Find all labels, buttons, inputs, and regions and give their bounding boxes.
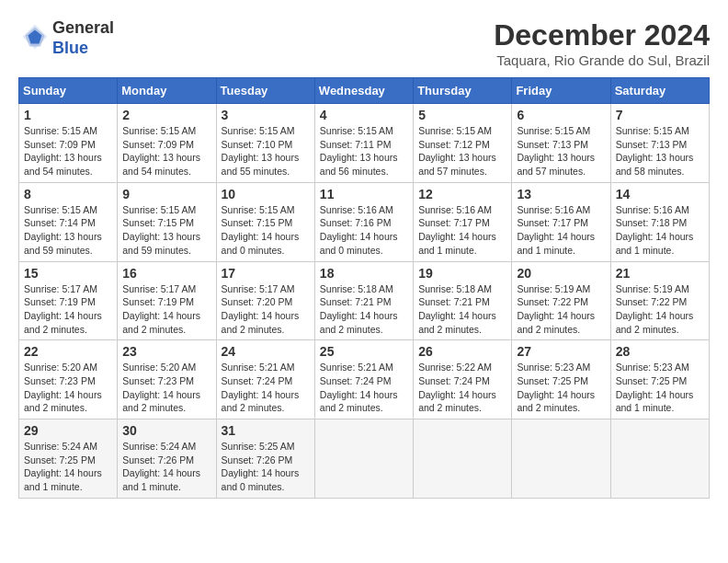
day-number: 29 <box>24 423 112 438</box>
calendar-cell: 18Sunrise: 5:18 AM Sunset: 7:21 PM Dayli… <box>314 261 413 340</box>
calendar-cell: 3Sunrise: 5:15 AM Sunset: 7:10 PM Daylig… <box>216 104 314 183</box>
calendar-cell <box>512 419 610 499</box>
day-detail: Sunrise: 5:25 AM Sunset: 7:26 PM Dayligh… <box>222 440 310 494</box>
day-number: 11 <box>320 187 408 201</box>
weekday-header-thursday: Thursday <box>414 78 512 104</box>
calendar-cell: 25Sunrise: 5:21 AM Sunset: 7:24 PM Dayli… <box>314 340 413 419</box>
calendar-table: SundayMondayTuesdayWednesdayThursdayFrid… <box>18 77 710 499</box>
day-detail: Sunrise: 5:15 AM Sunset: 7:13 PM Dayligh… <box>616 124 704 178</box>
day-detail: Sunrise: 5:16 AM Sunset: 7:16 PM Dayligh… <box>320 203 408 258</box>
weekday-header-sunday: Sunday <box>19 78 118 104</box>
calendar-cell: 26Sunrise: 5:22 AM Sunset: 7:24 PM Dayli… <box>414 340 512 419</box>
calendar-cell: 8Sunrise: 5:15 AM Sunset: 7:14 PM Daylig… <box>19 182 118 261</box>
calendar-cell: 21Sunrise: 5:19 AM Sunset: 7:22 PM Dayli… <box>610 261 709 340</box>
day-number: 10 <box>222 187 310 201</box>
calendar-cell: 27Sunrise: 5:23 AM Sunset: 7:25 PM Dayli… <box>512 340 610 419</box>
day-number: 30 <box>122 423 210 438</box>
day-detail: Sunrise: 5:15 AM Sunset: 7:09 PM Dayligh… <box>24 124 112 178</box>
calendar-cell: 24Sunrise: 5:21 AM Sunset: 7:24 PM Dayli… <box>216 340 314 419</box>
calendar-cell: 31Sunrise: 5:25 AM Sunset: 7:26 PM Dayli… <box>216 419 314 499</box>
day-number: 31 <box>222 423 310 438</box>
day-number: 26 <box>418 344 506 359</box>
calendar-cell: 30Sunrise: 5:24 AM Sunset: 7:26 PM Dayli… <box>118 419 216 499</box>
calendar-cell <box>414 419 512 499</box>
day-number: 23 <box>122 344 210 359</box>
calendar-week-2: 8Sunrise: 5:15 AM Sunset: 7:14 PM Daylig… <box>19 182 710 261</box>
day-number: 20 <box>517 266 605 281</box>
weekday-header-row: SundayMondayTuesdayWednesdayThursdayFrid… <box>19 78 710 104</box>
day-detail: Sunrise: 5:15 AM Sunset: 7:14 PM Dayligh… <box>24 203 112 258</box>
calendar-cell: 5Sunrise: 5:15 AM Sunset: 7:12 PM Daylig… <box>414 104 512 183</box>
day-detail: Sunrise: 5:19 AM Sunset: 7:22 PM Dayligh… <box>517 282 605 337</box>
day-number: 27 <box>517 344 605 359</box>
day-number: 24 <box>222 344 310 359</box>
day-detail: Sunrise: 5:21 AM Sunset: 7:24 PM Dayligh… <box>222 361 310 415</box>
day-number: 8 <box>24 187 112 201</box>
day-number: 19 <box>418 266 506 281</box>
calendar-cell: 29Sunrise: 5:24 AM Sunset: 7:25 PM Dayli… <box>19 419 118 499</box>
calendar-cell: 1Sunrise: 5:15 AM Sunset: 7:09 PM Daylig… <box>19 104 118 183</box>
day-detail: Sunrise: 5:15 AM Sunset: 7:15 PM Dayligh… <box>122 203 210 258</box>
calendar-cell: 4Sunrise: 5:15 AM Sunset: 7:11 PM Daylig… <box>314 104 413 183</box>
calendar-cell: 14Sunrise: 5:16 AM Sunset: 7:18 PM Dayli… <box>610 182 709 261</box>
day-detail: Sunrise: 5:16 AM Sunset: 7:17 PM Dayligh… <box>418 203 506 258</box>
day-detail: Sunrise: 5:23 AM Sunset: 7:25 PM Dayligh… <box>517 361 605 415</box>
day-number: 15 <box>24 266 112 281</box>
month-title: December 2024 <box>494 18 710 52</box>
day-detail: Sunrise: 5:15 AM Sunset: 7:11 PM Dayligh… <box>320 124 408 178</box>
weekday-header-monday: Monday <box>118 78 216 104</box>
day-detail: Sunrise: 5:18 AM Sunset: 7:21 PM Dayligh… <box>320 282 408 337</box>
day-number: 28 <box>616 344 704 359</box>
calendar-week-1: 1Sunrise: 5:15 AM Sunset: 7:09 PM Daylig… <box>19 104 710 183</box>
day-number: 6 <box>517 108 605 122</box>
day-detail: Sunrise: 5:20 AM Sunset: 7:23 PM Dayligh… <box>122 361 210 415</box>
day-detail: Sunrise: 5:20 AM Sunset: 7:23 PM Dayligh… <box>24 361 112 415</box>
calendar-cell: 20Sunrise: 5:19 AM Sunset: 7:22 PM Dayli… <box>512 261 610 340</box>
day-detail: Sunrise: 5:15 AM Sunset: 7:13 PM Dayligh… <box>517 124 605 178</box>
day-number: 14 <box>616 187 704 201</box>
day-number: 1 <box>24 108 112 122</box>
day-number: 25 <box>320 344 408 359</box>
calendar-cell: 6Sunrise: 5:15 AM Sunset: 7:13 PM Daylig… <box>512 104 610 183</box>
calendar-cell: 10Sunrise: 5:15 AM Sunset: 7:15 PM Dayli… <box>216 182 314 261</box>
day-number: 4 <box>320 108 408 122</box>
calendar-week-3: 15Sunrise: 5:17 AM Sunset: 7:19 PM Dayli… <box>19 261 710 340</box>
day-number: 22 <box>24 344 112 359</box>
day-detail: Sunrise: 5:16 AM Sunset: 7:18 PM Dayligh… <box>616 203 704 258</box>
calendar-cell: 28Sunrise: 5:23 AM Sunset: 7:25 PM Dayli… <box>610 340 709 419</box>
day-detail: Sunrise: 5:22 AM Sunset: 7:24 PM Dayligh… <box>418 361 506 415</box>
day-detail: Sunrise: 5:23 AM Sunset: 7:25 PM Dayligh… <box>616 361 704 415</box>
calendar-cell: 11Sunrise: 5:16 AM Sunset: 7:16 PM Dayli… <box>314 182 413 261</box>
day-number: 9 <box>122 187 210 201</box>
page-header: General Blue December 2024 Taquara, Rio … <box>18 18 710 68</box>
day-number: 13 <box>517 187 605 201</box>
weekday-header-tuesday: Tuesday <box>216 78 314 104</box>
day-number: 2 <box>122 108 210 122</box>
logo-general: General <box>52 18 114 37</box>
weekday-header-friday: Friday <box>512 78 610 104</box>
calendar-cell: 19Sunrise: 5:18 AM Sunset: 7:21 PM Dayli… <box>414 261 512 340</box>
calendar-week-4: 22Sunrise: 5:20 AM Sunset: 7:23 PM Dayli… <box>19 340 710 419</box>
day-number: 16 <box>122 266 210 281</box>
day-detail: Sunrise: 5:24 AM Sunset: 7:26 PM Dayligh… <box>122 440 210 494</box>
day-number: 18 <box>320 266 408 281</box>
calendar-cell: 17Sunrise: 5:17 AM Sunset: 7:20 PM Dayli… <box>216 261 314 340</box>
calendar-cell: 12Sunrise: 5:16 AM Sunset: 7:17 PM Dayli… <box>414 182 512 261</box>
day-detail: Sunrise: 5:17 AM Sunset: 7:19 PM Dayligh… <box>24 282 112 337</box>
day-detail: Sunrise: 5:17 AM Sunset: 7:19 PM Dayligh… <box>122 282 210 337</box>
calendar-cell: 23Sunrise: 5:20 AM Sunset: 7:23 PM Dayli… <box>118 340 216 419</box>
logo: General Blue <box>18 18 114 58</box>
day-number: 7 <box>616 108 704 122</box>
day-detail: Sunrise: 5:16 AM Sunset: 7:17 PM Dayligh… <box>517 203 605 258</box>
calendar-week-5: 29Sunrise: 5:24 AM Sunset: 7:25 PM Dayli… <box>19 419 710 499</box>
day-detail: Sunrise: 5:15 AM Sunset: 7:15 PM Dayligh… <box>222 203 310 258</box>
weekday-header-wednesday: Wednesday <box>314 78 413 104</box>
calendar-cell: 22Sunrise: 5:20 AM Sunset: 7:23 PM Dayli… <box>19 340 118 419</box>
calendar-cell: 9Sunrise: 5:15 AM Sunset: 7:15 PM Daylig… <box>118 182 216 261</box>
calendar-cell <box>610 419 709 499</box>
day-detail: Sunrise: 5:15 AM Sunset: 7:12 PM Dayligh… <box>418 124 506 178</box>
day-detail: Sunrise: 5:19 AM Sunset: 7:22 PM Dayligh… <box>616 282 704 337</box>
location-text: Taquara, Rio Grande do Sul, Brazil <box>494 52 710 68</box>
calendar-cell: 7Sunrise: 5:15 AM Sunset: 7:13 PM Daylig… <box>610 104 709 183</box>
calendar-cell: 13Sunrise: 5:16 AM Sunset: 7:17 PM Dayli… <box>512 182 610 261</box>
